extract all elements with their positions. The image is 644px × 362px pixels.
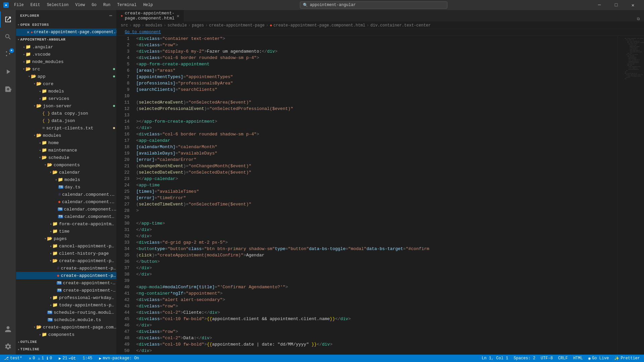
status-branch[interactable]: ⎇ test* (3, 356, 23, 361)
menu-file[interactable]: File (11, 2, 26, 8)
source-control-activity-icon[interactable]: ● (0, 46, 16, 62)
menu-edit[interactable]: Edit (28, 2, 43, 8)
menu-view[interactable]: View (72, 2, 88, 8)
sidebar-item-home[interactable]: ▸ 📁 home (16, 139, 116, 146)
sidebar-item-schedule-module[interactable]: TS schedule.module.ts (16, 316, 116, 323)
close-icon[interactable]: ✕ (27, 29, 30, 35)
project-section[interactable]: ▾ APPOINTMENT-ANGULAR (16, 36, 116, 43)
menu-go[interactable]: Go (89, 2, 99, 8)
explorer-activity-icon[interactable] (0, 11, 16, 27)
sidebar-item-pages[interactable]: ▾ 📂 pages (16, 235, 116, 242)
sidebar-item-node-modules[interactable]: ▸ 📁 node_modules (16, 58, 116, 65)
sidebar-item-shared-components[interactable]: ▸ 📁 components (16, 331, 116, 338)
sidebar-item-calendar-models[interactable]: ▸ 📁 models (16, 176, 116, 183)
sidebar-item-calendar-spec[interactable]: TS calendar.component.spec.ts (16, 205, 116, 213)
sidebar-item-form-create[interactable]: ▸ 📁 form-create-appointment (16, 220, 116, 228)
sidebar-item-create-ts[interactable]: TS create-appointment-page.component.ts (16, 287, 116, 294)
sidebar-item-shared[interactable]: ▾ 📂 create-appointment-page.component.ts (16, 323, 116, 331)
sidebar-item-data-json[interactable]: { } data.json (16, 117, 116, 124)
bc-src[interactable]: src (121, 23, 128, 28)
sidebar-item-today-page[interactable]: ▸ 📁 today-appointments-page (16, 301, 116, 309)
code-content[interactable]: <div class="container text-center"> <div… (133, 36, 617, 355)
menu-terminal[interactable]: Terminal (114, 2, 139, 8)
active-tab[interactable]: ◆ create-appointment-page.component.html… (117, 10, 184, 21)
bc-create-page[interactable]: create-appointment-page (209, 23, 265, 28)
sidebar-item-create-html[interactable]: ◆ create-appointment-page.component.html (16, 272, 116, 279)
status-encoding[interactable]: UTF-8 (539, 356, 554, 361)
sidebar-item-json-server[interactable]: ▾ 📂 json-server (16, 102, 116, 110)
bc-modules[interactable]: modules (146, 23, 162, 28)
sidebar-item-modules[interactable]: ▾ 📂 modules (16, 132, 116, 139)
go-to-component-bar: Go to component (117, 29, 644, 36)
status-errors[interactable]: ✕ 0 ⚠ 1 ℹ 0 (28, 356, 53, 361)
timeline-section[interactable]: ▸ TIMELINE (16, 346, 116, 353)
sidebar-item-components[interactable]: ▾ 📂 components (16, 161, 116, 169)
code-line: <app-time (136, 182, 617, 188)
open-editor-item[interactable]: ✕ ◆ create-appointment-page.component.ht… (16, 28, 116, 36)
sidebar-item-routing-module[interactable]: TS schedule-routing.module.ts (16, 309, 116, 316)
code-line: <div class="row"> (136, 42, 617, 48)
status-go-live[interactable]: ◉ Go Live (587, 356, 610, 361)
split-editor-button[interactable]: ⧉ (637, 17, 640, 21)
sidebar-item-calendar-html[interactable]: ◆ calendar.component.html (16, 198, 116, 205)
line-number: 48 (117, 335, 129, 341)
status-line-col[interactable]: Ln 1, Col 1 (480, 356, 509, 361)
outline-section[interactable]: ▸ OUTLINE (16, 338, 116, 346)
maximize-button[interactable]: □ (608, 0, 624, 10)
sidebar-item-services[interactable]: ▸ 📁 services (16, 95, 116, 102)
sidebar-item-models[interactable]: ▸ 📁 models (16, 87, 116, 95)
sidebar-item-calendar-css[interactable]: # calendar.component.css (16, 191, 116, 198)
sidebar-item-data-copy-json[interactable]: { } data copy.json (16, 110, 116, 117)
close-button[interactable]: ✕ (625, 0, 641, 10)
sidebar-item-core[interactable]: ▾ 📂 core (16, 80, 116, 87)
sidebar-item-calendar[interactable]: ▾ 📂 calendar (16, 169, 116, 176)
menu-selection[interactable]: Selection (44, 2, 71, 8)
menu-run[interactable]: Run (101, 2, 113, 8)
sidebar-item-src[interactable]: ▾ 📂 src (16, 65, 116, 73)
status-language[interactable]: HTML (572, 356, 584, 361)
status-run-task[interactable]: ▶ 21 ↩0t (57, 356, 77, 361)
bc-pages[interactable]: pages (192, 23, 204, 28)
sidebar-item-maintenance[interactable]: ▸ 📁 maintenance (16, 146, 116, 154)
tree-label: calendar.component.css (62, 192, 116, 197)
status-spaces[interactable]: Spaces: 2 (512, 356, 537, 361)
sidebar-item-create-css[interactable]: # create-appointment-page.component.css (16, 264, 116, 272)
settings-activity-icon[interactable] (0, 339, 16, 355)
sidebar-item-time[interactable]: ▸ 📁 time (16, 228, 116, 235)
minimize-button[interactable]: ─ (592, 0, 607, 10)
menu-help[interactable]: Help (141, 2, 156, 8)
sidebar-item-schedule[interactable]: ▾ 📂 schedule (16, 154, 116, 161)
sidebar-item-day-ts[interactable]: TS day.ts (16, 183, 116, 191)
tab-close-button[interactable]: ✕ (177, 13, 179, 19)
open-editors-section[interactable]: ▾ OPEN EDITORS (16, 21, 116, 28)
extensions-activity-icon[interactable] (0, 81, 16, 97)
new-file-button[interactable]: ⋯ (109, 13, 112, 18)
bc-schedule[interactable]: schedule (167, 23, 187, 28)
search-activity-icon[interactable] (0, 29, 16, 45)
bc-app[interactable]: app (133, 23, 141, 28)
bc-file-icon: ◆ (270, 23, 272, 28)
sidebar-item-calendar-ts[interactable]: TS calendar.component.ts (16, 213, 116, 220)
status-mvn[interactable]: ▶ mvn-package: On (98, 356, 140, 361)
go-to-component-link[interactable]: Go to component (121, 29, 165, 35)
sidebar-item-create-spec[interactable]: TS create-appointment-page.component.spe… (16, 279, 116, 287)
sidebar-item-script-clients[interactable]: ≡ script-clients.txt (16, 124, 116, 132)
tree-label: create-appointment-page.component.html (61, 273, 116, 278)
global-search-box[interactable]: 🔍 appointment-angular (300, 1, 447, 9)
status-line-ending[interactable]: CRLF (557, 356, 569, 361)
sidebar-item-create-page[interactable]: ▾ 📂 create-appointment-page (16, 257, 116, 264)
sidebar-item-vscode[interactable]: ▸ 📁 .vscode (16, 51, 116, 58)
code-line: [professionals]="professionalsByArea" (136, 80, 617, 86)
sidebar-item-professional-page[interactable]: ▸ 📁 professional-workdays-page (16, 294, 116, 301)
run-debug-activity-icon[interactable] (0, 64, 16, 80)
code-line: <div class="d-grid gap-2 mt-2 px-5"> (136, 239, 617, 246)
account-activity-icon[interactable] (0, 321, 16, 337)
bc-filename[interactable]: create-appointment-page.component.html (273, 23, 365, 28)
sidebar-item-app[interactable]: ▾ 📂 app (16, 73, 116, 80)
sidebar-item-history-page[interactable]: ▸ 📁 client-history-page (16, 250, 116, 257)
bc-element[interactable]: div.container.text-center (370, 23, 431, 28)
status-prettier[interactable]: ✨ Prettier (613, 356, 641, 361)
sidebar-item-angular[interactable]: ▸ 📁 .angular (16, 43, 116, 51)
status-time[interactable]: 1:45 (81, 356, 94, 361)
sidebar-item-cancel-page[interactable]: ▸ 📁 cancel-appointment-page (16, 242, 116, 250)
